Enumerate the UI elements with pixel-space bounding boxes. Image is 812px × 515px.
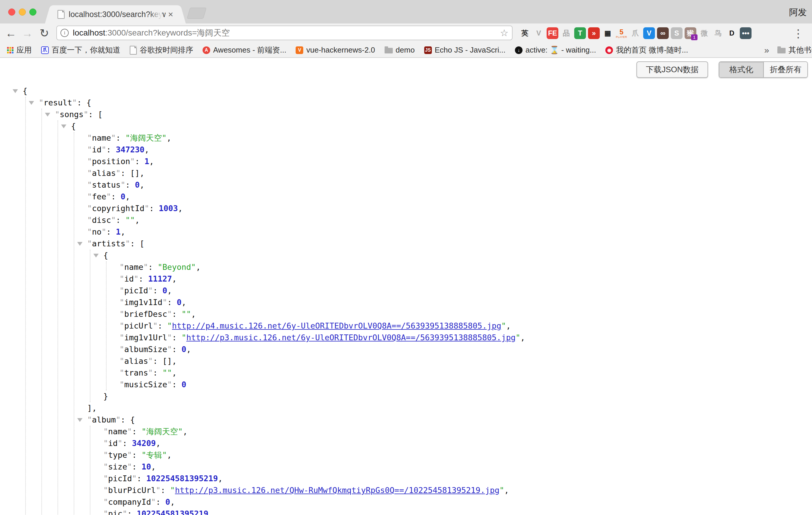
collapse-triangle-icon[interactable] [45, 113, 50, 117]
reload-button[interactable]: ↻ [37, 26, 52, 40]
bird-extension-icon[interactable]: 鸟 [712, 27, 724, 39]
collapse-triangle-icon[interactable] [93, 254, 99, 258]
json-line: "result": { [39, 97, 812, 109]
json-url-link[interactable]: http://p3.music.126.net/6y-UleORITEDbvrO… [186, 333, 516, 342]
json-line: "alias": [], [87, 167, 812, 179]
bookmarks-overflow-chevron[interactable]: » [764, 45, 769, 55]
json-children: "name": "海阔天空","id": 34209,"type": "专辑",… [90, 426, 812, 515]
vue-v-icon: V [296, 47, 303, 54]
json-line: "size": 10, [103, 461, 812, 473]
fast-forward-extension-icon[interactable]: » [588, 27, 600, 39]
bookmark-baidu[interactable]: 爪百度一下，你就知道 [41, 45, 120, 55]
sitemap-extension-icon-glyph: 品 [563, 29, 570, 37]
other-bookmarks-folder[interactable]: 其他书签 [777, 45, 812, 55]
page-info-icon[interactable]: i [60, 29, 69, 37]
format-button[interactable]: 格式化 [719, 62, 763, 77]
bookmark-echo-js[interactable]: JSEcho JS - JavaScri... [424, 46, 505, 55]
json-children: "name": "海阔天空","id": 347230,"position": … [74, 132, 812, 515]
fe-toolbox-extension-icon[interactable]: FE [547, 27, 558, 39]
sitemap-extension-icon[interactable]: 品 [560, 27, 572, 39]
folder-icon [384, 48, 393, 53]
awesomes-a-icon: A [203, 47, 210, 54]
bookmark-google-sorted[interactable]: 谷歌按时间排序 [130, 45, 193, 55]
json-children: "songs": [{"name": "海阔天空","id": 347230,"… [41, 109, 812, 515]
url-text[interactable]: localhost:3000/search?keywords=海阔天空 [73, 27, 230, 38]
download-json-button[interactable]: 下载JSON数据 [636, 61, 708, 78]
new-tab-button[interactable] [187, 8, 207, 19]
paw-claw-extension-icon[interactable]: 爪 [630, 27, 641, 39]
s-letter-extension-icon[interactable]: S [671, 27, 683, 39]
json-line: "no": 1, [87, 226, 812, 238]
collapse-triangle-icon[interactable] [12, 89, 18, 93]
bookmark-demo-folder[interactable]: demo [384, 46, 415, 55]
back-button[interactable]: ← [3, 26, 18, 40]
forward-button[interactable]: → [20, 26, 35, 40]
json-line: "name": "海阔天空", [103, 426, 812, 437]
bookmark-weibo-home[interactable]: ◉我的首页 微博-随时... [605, 45, 688, 55]
apps-grid-icon [7, 47, 13, 53]
close-window-button[interactable] [8, 8, 15, 16]
apps-label: 应用 [17, 45, 32, 55]
json-url-link[interactable]: http://p4.music.126.net/6y-UleORITEDbvrO… [172, 321, 501, 330]
js-square-icon: JS [424, 47, 432, 54]
password-dots-extension-icon[interactable]: ••• [740, 27, 752, 39]
tampermonkey-shield-extension-icon[interactable]: T [574, 27, 586, 39]
down-arrow-circle-icon: ↓ [515, 47, 523, 54]
tab-bar: localhost:3000/search?keywor × 阿发 [0, 0, 812, 24]
json-line: "alias": [], [119, 355, 812, 367]
url-path: :3000/search?keywords=海阔天空 [106, 28, 230, 37]
html5-player-extension-icon[interactable]: 5PLAYER [616, 27, 627, 39]
collapse-triangle-icon[interactable] [61, 124, 66, 128]
browser-tab[interactable]: localhost:3000/search?keywor × [52, 5, 178, 24]
mask-extension-icon[interactable]: ∞ [657, 27, 669, 39]
translate-extension-icon[interactable]: 英 [519, 27, 531, 39]
bookmark-active-waiting[interactable]: ↓active: ⌛ - waiting... [515, 46, 596, 55]
json-line: "pic": 102254581395219 [103, 508, 812, 515]
qr-code-extension-icon[interactable]: ▦ [602, 27, 613, 39]
bookmark-label: Echo JS - JavaScri... [435, 46, 505, 55]
d-letter-extension-icon-glyph: D [729, 29, 734, 37]
bookmarks-list: 爪百度一下，你就知道谷歌按时间排序AAwesomes - 前端资...Vvue-… [41, 45, 688, 55]
bookmark-label: vue-hackernews-2.0 [306, 46, 375, 55]
json-line: ], [87, 402, 812, 414]
weibo-gray-extension-icon[interactable]: 微 [698, 27, 710, 39]
json-line: "musicSize": 0 [119, 379, 812, 391]
monkey-badge-extension-icon[interactable]: 猴1 [685, 27, 696, 39]
bookmark-label: demo [396, 46, 415, 55]
collapse-triangle-icon[interactable] [77, 418, 83, 422]
tab-close-icon[interactable]: × [168, 10, 173, 19]
blue-chevron-extension-icon-glyph: V [647, 29, 651, 37]
profile-name[interactable]: 阿发 [789, 6, 807, 19]
json-line: "albumSize": 0, [119, 344, 812, 355]
blue-chevron-extension-icon[interactable]: V [643, 27, 655, 39]
page-favicon-icon [58, 10, 65, 19]
bookmark-awesomes[interactable]: AAwesomes - 前端资... [203, 45, 286, 55]
address-bar[interactable]: i localhost:3000/search?keywords=海阔天空 ☆ [56, 26, 513, 40]
bookmark-label: Awesomes - 前端资... [213, 45, 286, 55]
bookmark-vue-hackernews[interactable]: Vvue-hackernews-2.0 [296, 46, 375, 55]
minimize-window-button[interactable] [19, 8, 26, 16]
d-letter-extension-icon[interactable]: D [726, 27, 738, 39]
collapse-triangle-icon[interactable] [29, 101, 34, 105]
browser-menu-icon[interactable]: ⋮ [793, 27, 804, 40]
json-line: "id": 347230, [87, 144, 812, 155]
maximize-window-button[interactable] [29, 8, 36, 16]
json-line: "companyId": 0, [103, 496, 812, 508]
page-content: 下载JSON数据 格式化 折叠所有 {"result": {"songs": [… [0, 58, 812, 515]
json-line: "type": "专辑", [103, 449, 812, 461]
collapse-triangle-icon[interactable] [77, 242, 83, 246]
json-url-link[interactable]: http://p3.music.126.net/QHw-RuMwfQkmqtiy… [175, 486, 499, 495]
json-line: "artists": [ [87, 238, 812, 250]
extensions-row: 英VFE品T»▦5PLAYER爪V∞S猴1微鸟D••• [519, 24, 752, 43]
json-line: "briefDesc": "", [119, 308, 812, 320]
apps-launcher[interactable]: 应用 [7, 45, 32, 55]
json-line: } [103, 391, 812, 402]
vue-devtools-extension-icon-glyph: V [536, 29, 541, 37]
bookmark-star-icon[interactable]: ☆ [500, 27, 509, 38]
qr-code-extension-icon-glyph: ▦ [605, 29, 611, 37]
browser-window: localhost:3000/search?keywor × 阿发 ← → ↻ … [0, 0, 812, 515]
other-bookmarks-label: 其他书签 [788, 45, 812, 55]
vue-devtools-extension-icon[interactable]: V [533, 27, 545, 39]
collapse-all-button[interactable]: 折叠所有 [763, 62, 807, 77]
paw-claw-extension-icon-glyph: 爪 [632, 29, 639, 37]
